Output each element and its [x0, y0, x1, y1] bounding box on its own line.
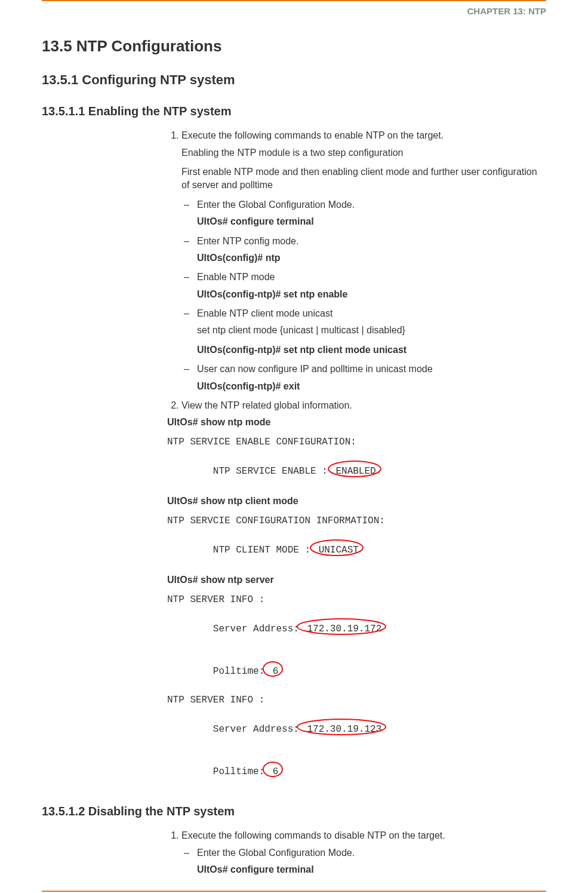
circled-value: 172.30.19.172 — [304, 622, 384, 636]
heading-13-5-1-2: 13.5.1.2 Disabling the NTP system — [42, 803, 546, 820]
sec2-step-1-text: Execute the following commands to disabl… — [181, 830, 445, 840]
output-line: Server Address: 172.30.19.172 — [167, 609, 546, 649]
dash-item: Enable NTP client mode unicast set ntp c… — [181, 307, 546, 357]
output-line: Polltime: 6 — [167, 651, 546, 691]
circle-icon — [267, 762, 291, 780]
command-text: UltOs(config-ntp)# set ntp enable — [197, 288, 546, 301]
output-line: NTP CLIENT MODE : UNICAST — [167, 530, 546, 570]
step-2: View the NTP related global information. — [181, 399, 546, 412]
dash-extra: set ntp client mode {unicast | multicast… — [197, 324, 546, 337]
dash-item: Enter NTP config mode. UltOs(config)# nt… — [181, 235, 546, 265]
circled-value: 172.30.19.123 — [304, 723, 384, 736]
top-rule — [42, 0, 546, 1]
dash-text: Enable NTP client mode unicast — [197, 308, 333, 318]
dash-text: Enter the Global Configuration Mode. — [197, 200, 355, 210]
dash-item: Enable NTP mode UltOs(config-ntp)# set n… — [181, 271, 546, 301]
output-line: NTP SERVCIE CONFIGURATION INFORMATION: — [167, 514, 546, 527]
dash-text: Enter NTP config mode. — [197, 236, 298, 246]
dash-text: Enter the Global Configuration Mode. — [197, 848, 355, 858]
circle-icon — [267, 662, 291, 680]
step-1: Execute the following commands to enable… — [181, 129, 546, 393]
dash-text: Enable NTP mode — [197, 272, 275, 282]
show-cmd-3: UltOs# show ntp server — [167, 573, 546, 587]
heading-13-5: 13.5 NTP Configurations — [42, 35, 546, 57]
output-line: NTP SERVER INFO : — [167, 593, 546, 606]
circled-value: UNICAST — [316, 544, 361, 557]
output-pre: Polltime: — [213, 766, 270, 777]
output-line: NTP SERVER INFO : — [167, 693, 546, 707]
command-text: UltOs(config-ntp)# exit — [197, 380, 546, 393]
command-text: UltOs(config)# ntp — [197, 251, 546, 265]
bottom-rule — [42, 891, 546, 892]
step-1-para-1: Enabling the NTP module is a two step co… — [181, 146, 546, 159]
output-pre: Polltime: — [213, 666, 270, 677]
step-2-text: View the NTP related global information. — [181, 400, 352, 410]
command-text: UltOs# configure terminal — [197, 863, 546, 876]
circled-text: 172.30.19.123 — [307, 724, 381, 735]
output-pre: NTP SERVICE ENABLE : — [213, 466, 334, 477]
circled-text: ENABLED — [335, 466, 375, 477]
circled-value: 6 — [270, 665, 281, 678]
output-pre: NTP CLIENT MODE : — [213, 545, 316, 556]
show-cmd-1: UltOs# show ntp mode — [167, 416, 546, 429]
heading-13-5-1-1: 13.5.1.1 Enabling the NTP system — [42, 103, 546, 119]
output-line: NTP SERVICE ENABLE CONFIGURATION: — [167, 435, 546, 449]
chapter-label: CHAPTER 13: NTP — [42, 5, 546, 17]
command-text: UltOs# configure terminal — [197, 215, 546, 228]
circled-text: 6 — [273, 666, 279, 677]
show-cmd-2: UltOs# show ntp client mode — [167, 495, 546, 508]
circled-text: UNICAST — [319, 545, 359, 556]
circled-text: 172.30.19.172 — [307, 624, 381, 634]
output-line: NTP SERVICE ENABLE : ENABLED — [167, 451, 546, 491]
heading-13-5-1: 13.5.1 Configuring NTP system — [42, 71, 546, 90]
command-text: UltOs(config-ntp)# set ntp client mode u… — [197, 343, 546, 357]
circled-value: 6 — [270, 765, 281, 778]
output-pre: Server Address: — [213, 624, 305, 634]
output-line: Server Address: 172.30.19.123 — [167, 710, 546, 750]
output-pre: Server Address: — [213, 724, 305, 735]
dash-item: User can now configure IP and polltime i… — [181, 363, 546, 393]
circled-text: 6 — [273, 766, 279, 777]
dash-text: User can now configure IP and polltime i… — [197, 364, 433, 374]
dash-item: Enter the Global Configuration Mode. Ult… — [181, 846, 546, 877]
dash-item: Enter the Global Configuration Mode. Ult… — [181, 198, 546, 229]
output-line: Polltime: 6 — [167, 752, 546, 792]
step-1-text: Execute the following commands to enable… — [181, 130, 444, 140]
sec2-step-1: Execute the following commands to disabl… — [181, 829, 546, 876]
step-1-para-2: First enable NTP mode and then enabling … — [181, 165, 546, 192]
circled-value: ENABLED — [333, 465, 378, 478]
